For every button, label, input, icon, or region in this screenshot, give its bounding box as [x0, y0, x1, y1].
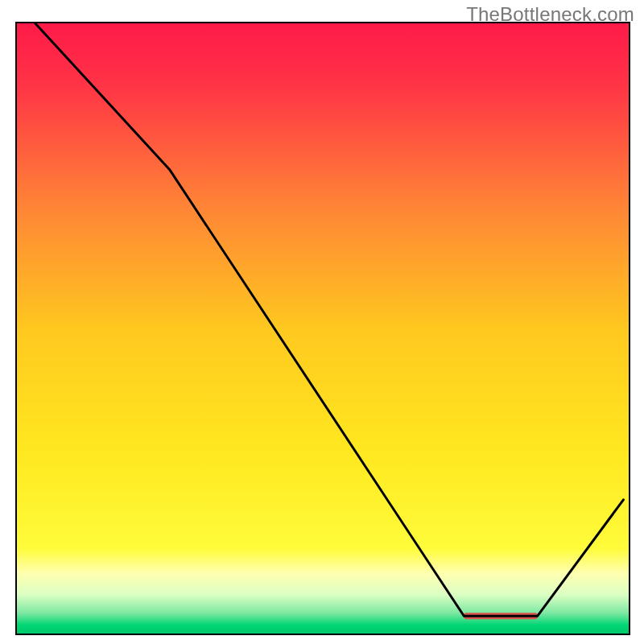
gradient-background [16, 23, 630, 634]
chart-container: { "watermark": "TheBottleneck.com", "cha… [0, 0, 644, 644]
bottleneck-chart [0, 0, 644, 644]
watermark-text: TheBottleneck.com [466, 3, 634, 26]
